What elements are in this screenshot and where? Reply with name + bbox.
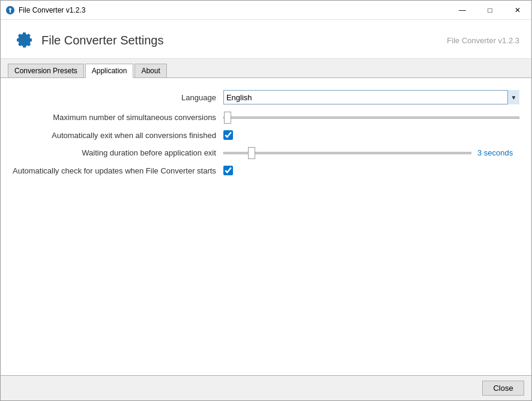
tabs-bar: Conversion Presets Application About [1,59,531,78]
footer: Close [1,375,531,400]
max-simultaneous-label: Maximum number of simultaneous conversio… [13,113,216,122]
header: File Converter Settings File Converter v… [1,20,531,59]
auto-exit-label: Automatically exit when all conversions … [13,131,216,140]
auto-exit-checkbox[interactable] [223,130,233,140]
maximize-button[interactable]: □ [476,1,504,20]
max-simultaneous-slider[interactable] [223,116,519,119]
waiting-duration-control: 3 seconds [223,148,519,157]
language-dropdown[interactable]: English French German Spanish Chinese [223,90,519,104]
title-bar: File Converter v1.2.3 — □ ✕ [1,1,531,20]
tab-conversion-presets[interactable]: Conversion Presets [8,64,84,77]
header-title: File Converter Settings [41,34,163,47]
tab-about[interactable]: About [135,64,166,77]
app-icon [5,5,15,15]
max-simultaneous-control [223,116,519,119]
auto-update-label: Automatically check for updates when Fil… [13,166,216,175]
waiting-duration-slider[interactable] [223,152,471,154]
auto-update-control [223,166,519,175]
settings-grid: Language English French German Spanish C… [13,90,519,175]
title-bar-controls: — □ ✕ [449,1,531,20]
header-left: File Converter Settings [13,29,163,51]
main-window: File Converter v1.2.3 — □ ✕ File Convert… [0,0,532,401]
language-control: English French German Spanish Chinese ▼ [223,90,519,104]
content-area: Language English French German Spanish C… [1,78,531,375]
language-label: Language [13,93,216,102]
waiting-duration-label: Waiting duration before application exit [13,148,216,157]
header-version: File Converter v1.2.3 [447,36,519,45]
minimize-button[interactable]: — [449,1,476,20]
gear-icon [13,29,34,51]
close-button[interactable]: Close [482,381,524,396]
auto-update-checkbox[interactable] [223,166,233,175]
window-close-button[interactable]: ✕ [504,1,531,20]
title-bar-left: File Converter v1.2.3 [5,5,85,15]
auto-exit-control [223,130,519,140]
title-bar-text: File Converter v1.2.3 [19,6,85,14]
waiting-duration-value: 3 seconds [477,148,513,157]
tab-application[interactable]: Application [85,64,134,78]
language-dropdown-wrapper: English French German Spanish Chinese ▼ [223,90,519,104]
